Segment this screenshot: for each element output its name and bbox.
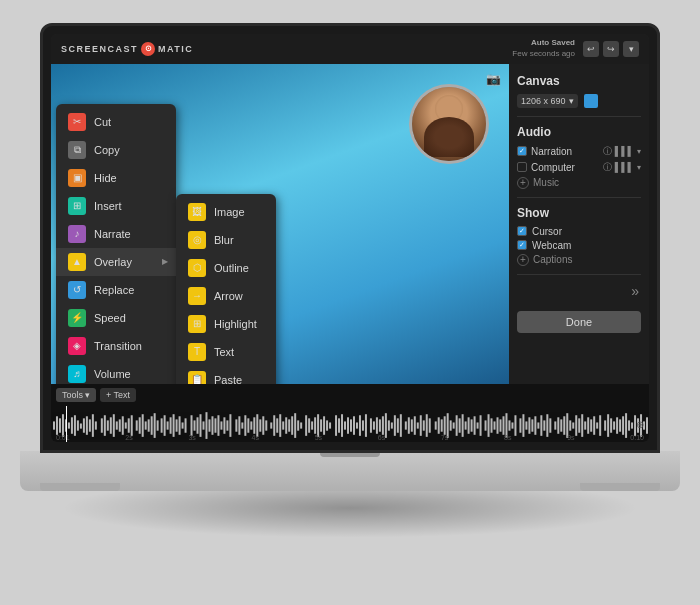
done-button[interactable]: Done: [517, 311, 641, 333]
tools-button[interactable]: Tools ▾: [56, 388, 96, 402]
redo-button[interactable]: ↪: [603, 41, 619, 57]
blur-label: Blur: [214, 234, 234, 246]
camera-icon[interactable]: 📷: [486, 72, 501, 86]
add-captions-icon: +: [517, 254, 529, 266]
svg-rect-54: [223, 417, 225, 433]
svg-rect-1: [56, 416, 58, 435]
replace-icon: ↺: [68, 281, 86, 299]
computer-checkbox[interactable]: [517, 162, 527, 172]
webcam-row: ✓ Webcam: [517, 240, 641, 251]
add-text-button[interactable]: + Text: [100, 388, 136, 402]
menu-item-speed[interactable]: ⚡ Speed: [56, 304, 176, 332]
svg-rect-5: [68, 422, 70, 428]
transition-icon: ◈: [68, 337, 86, 355]
svg-rect-93: [350, 419, 352, 431]
svg-rect-187: [646, 417, 648, 433]
menu-item-narrate[interactable]: ♪ Narrate: [56, 220, 176, 248]
menu-item-replace[interactable]: ↺ Replace: [56, 276, 176, 304]
svg-rect-81: [311, 421, 313, 429]
narrate-label: Narrate: [94, 228, 131, 240]
cursor-row: ✓ Cursor: [517, 226, 641, 237]
right-panel: Canvas 1206 x 690 ▾ Audio: [509, 64, 649, 384]
computer-chevron-icon[interactable]: ▾: [637, 163, 641, 172]
svg-rect-141: [502, 416, 504, 435]
svg-rect-94: [353, 416, 355, 435]
svg-rect-169: [590, 419, 592, 431]
svg-rect-152: [537, 422, 539, 428]
svg-rect-105: [388, 420, 390, 430]
canvas-title: Canvas: [517, 74, 641, 88]
more-chevron-icon[interactable]: »: [631, 283, 639, 299]
svg-rect-151: [534, 416, 536, 435]
svg-rect-44: [194, 420, 196, 430]
hide-icon: ▣: [68, 169, 86, 187]
svg-rect-134: [480, 415, 482, 436]
narration-checkbox[interactable]: ✓: [517, 146, 527, 156]
submenu-item-paste[interactable]: 📋 Paste: [176, 366, 276, 384]
laptop-foot-left: [40, 483, 120, 491]
svg-rect-85: [323, 416, 325, 435]
svg-rect-182: [631, 422, 633, 428]
menu-item-volume[interactable]: ♬ Volume: [56, 360, 176, 384]
svg-rect-150: [531, 419, 533, 431]
cursor-checkbox[interactable]: ✓: [517, 226, 527, 236]
svg-rect-61: [247, 418, 249, 432]
svg-rect-27: [139, 417, 141, 433]
submenu-item-highlight[interactable]: ⊞ Highlight: [176, 310, 276, 338]
submenu-item-arrow[interactable]: → Arrow: [176, 282, 276, 310]
svg-rect-21: [119, 419, 121, 431]
undo-button[interactable]: ↩: [583, 41, 599, 57]
insert-label: Insert: [94, 200, 122, 212]
svg-rect-119: [435, 421, 437, 429]
svg-rect-33: [157, 420, 159, 430]
narration-label: Narration: [531, 146, 572, 157]
add-captions-row[interactable]: + Captions: [517, 254, 641, 266]
paste-label: Paste: [214, 374, 242, 384]
svg-rect-121: [441, 419, 443, 431]
svg-rect-79: [305, 415, 307, 436]
svg-rect-86: [326, 420, 328, 430]
submenu-item-text[interactable]: T Text: [176, 338, 276, 366]
svg-rect-29: [145, 421, 147, 429]
menu-item-hide[interactable]: ▣ Hide: [56, 164, 176, 192]
svg-rect-74: [288, 419, 290, 431]
svg-rect-2: [59, 418, 61, 432]
menu-item-copy[interactable]: ⧉ Copy: [56, 136, 176, 164]
narration-chevron-icon[interactable]: ▾: [637, 147, 641, 156]
svg-rect-168: [587, 417, 589, 433]
volume-label: Volume: [94, 368, 131, 380]
dropdown-button[interactable]: ▾: [623, 41, 639, 57]
text-label: Text: [214, 346, 234, 358]
menu-item-insert[interactable]: ⊞ Insert: [56, 192, 176, 220]
svg-rect-84: [320, 419, 322, 431]
timeline-search-icon[interactable]: ⊕: [636, 418, 644, 429]
menu-item-transition[interactable]: ◈ Transition: [56, 332, 176, 360]
svg-rect-101: [376, 417, 378, 433]
webcam-checkbox[interactable]: ✓: [517, 240, 527, 250]
svg-rect-108: [397, 418, 399, 432]
svg-rect-140: [500, 419, 502, 431]
svg-rect-130: [468, 417, 470, 433]
svg-rect-139: [497, 417, 499, 433]
svg-rect-120: [438, 417, 440, 433]
submenu-item-outline[interactable]: ⬡ Outline: [176, 254, 276, 282]
menu-item-cut[interactable]: ✂ Cut: [56, 108, 176, 136]
canvas-row: 1206 x 690 ▾: [517, 94, 641, 108]
timeline-waveform[interactable]: 0:01 2s 3s 4s 5s 6s 7s 8s 9s 0:10 ⊕: [51, 406, 649, 442]
submenu-item-blur[interactable]: ◎ Blur: [176, 226, 276, 254]
canvas-size-select[interactable]: 1206 x 690 ▾: [517, 94, 578, 108]
svg-rect-103: [382, 416, 384, 435]
arrow-icon: →: [188, 287, 206, 305]
svg-rect-43: [191, 415, 193, 436]
svg-rect-157: [554, 421, 556, 429]
svg-rect-92: [347, 417, 349, 433]
canvas-color-picker[interactable]: [584, 94, 598, 108]
svg-rect-53: [220, 421, 222, 429]
add-music-row[interactable]: + Music: [517, 177, 641, 189]
menu-item-overlay[interactable]: ▲ Overlay: [56, 248, 176, 276]
computer-info-icon: ⓘ: [603, 161, 612, 174]
svg-rect-111: [408, 417, 410, 433]
tools-label: Tools: [62, 390, 83, 400]
submenu-item-image[interactable]: 🖼 Image: [176, 198, 276, 226]
svg-rect-125: [453, 422, 455, 428]
